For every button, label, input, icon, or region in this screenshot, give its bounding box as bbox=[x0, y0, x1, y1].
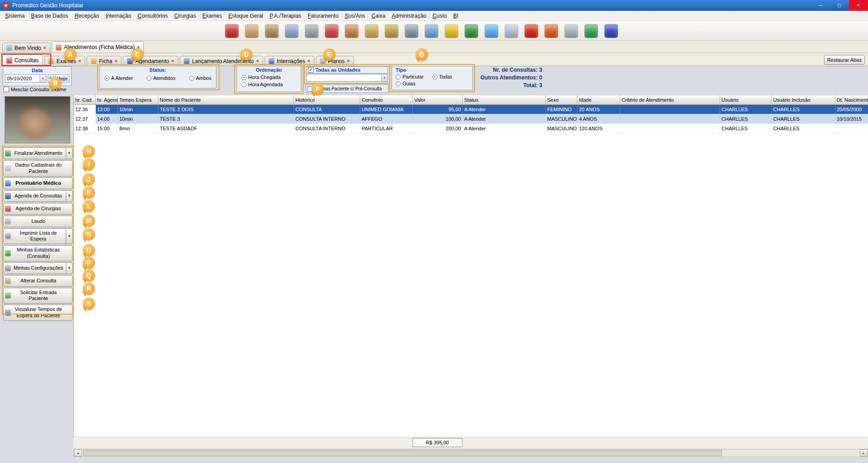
hospitalization-icon[interactable] bbox=[285, 24, 299, 38]
sidebar-button[interactable]: Minhas Configurações bbox=[3, 262, 73, 274]
restore-tabs-button[interactable]: Restaurar Abas bbox=[824, 55, 865, 65]
column-header[interactable]: Usuário Inclusão bbox=[772, 95, 835, 104]
records-icon[interactable] bbox=[465, 24, 478, 38]
menu-item[interactable]: Administração bbox=[388, 11, 429, 21]
all-units-checkbox[interactable]: ✓ Todas as Unidades bbox=[306, 66, 388, 74]
units-dropdown[interactable] bbox=[306, 74, 388, 82]
reception-icon[interactable] bbox=[265, 24, 279, 38]
dropdown-arrow-icon[interactable] bbox=[66, 229, 72, 244]
safe-icon[interactable] bbox=[405, 24, 418, 38]
menu-item[interactable]: BI bbox=[450, 11, 461, 21]
ambulance-icon[interactable] bbox=[325, 24, 338, 38]
sidebar-button[interactable]: Minhas Estatísticas (Consulta) bbox=[3, 245, 73, 261]
date-input[interactable]: 05/10/2020 bbox=[5, 74, 46, 83]
column-header[interactable]: Critério de Atendimento bbox=[620, 95, 720, 104]
ordering-radio-option[interactable]: ● Hora Chegada bbox=[241, 74, 301, 80]
module-tab[interactable]: Consultas bbox=[2, 54, 43, 66]
chat-icon[interactable] bbox=[485, 24, 498, 38]
pharmacy-icon[interactable] bbox=[345, 24, 358, 38]
table-row[interactable]: 12:3613:0010minTESTE 2 DOISCONSULTAUNIME… bbox=[74, 105, 868, 114]
column-header[interactable]: Dt. Nascimento bbox=[835, 95, 868, 104]
sidebar-button[interactable]: Alterar Consulta bbox=[3, 275, 73, 287]
menu-item[interactable]: Custo bbox=[429, 11, 450, 21]
ordering-radio-option[interactable]: Hora Agendada bbox=[241, 82, 301, 87]
sidebar-button[interactable]: Dados Cadastrais do Paciente bbox=[3, 160, 73, 177]
tab-close-icon[interactable]: × bbox=[43, 45, 46, 50]
menu-item[interactable]: Exames bbox=[199, 11, 225, 21]
sidebar-button[interactable]: Finalizar Atendimento bbox=[3, 148, 73, 159]
column-header[interactable]: Convênio bbox=[360, 95, 413, 104]
column-header[interactable]: Histórico bbox=[294, 95, 360, 104]
sidebar-button[interactable]: Agenda de Consultas bbox=[3, 190, 73, 202]
type-radio-option[interactable]: ● Todas bbox=[432, 74, 469, 79]
maximize-button[interactable]: □ bbox=[830, 0, 849, 11]
minimize-button[interactable]: ─ bbox=[811, 0, 830, 11]
column-header[interactable]: Valor bbox=[413, 95, 463, 104]
tab-close-icon[interactable]: × bbox=[78, 59, 81, 64]
menu-item[interactable]: Recepção bbox=[71, 11, 102, 21]
document-tab[interactable]: Bem Vindo × bbox=[2, 43, 50, 53]
dropdown-arrow-icon[interactable] bbox=[381, 74, 387, 81]
menu-item[interactable]: Sus/Ans bbox=[342, 11, 368, 21]
column-header[interactable]: hr. Agend. bbox=[96, 95, 118, 104]
tab-close-icon[interactable]: × bbox=[115, 59, 118, 64]
phone-icon[interactable] bbox=[445, 24, 458, 38]
status-radio-option[interactable]: Atendidos bbox=[147, 75, 176, 81]
consultation-icon[interactable] bbox=[305, 24, 319, 38]
dropdown-arrow-icon[interactable] bbox=[66, 263, 72, 274]
e-billing-icon[interactable] bbox=[544, 24, 558, 38]
menu-item[interactable]: Consultórios bbox=[134, 11, 171, 21]
finance-icon[interactable] bbox=[385, 24, 398, 38]
horizontal-scrollbar[interactable] bbox=[74, 449, 868, 457]
menu-item[interactable]: Base de Dados bbox=[28, 11, 71, 21]
sidebar-button[interactable]: Solicitar Entrada Paciente bbox=[3, 288, 73, 304]
printer-icon[interactable] bbox=[564, 24, 578, 38]
title-bar[interactable]: Promedico Gestão Hospitalar ─ □ × bbox=[0, 0, 868, 11]
column-header[interactable]: Sexo bbox=[546, 95, 578, 104]
status-radio-option[interactable]: Ambos bbox=[189, 75, 211, 81]
column-header[interactable]: Usuário bbox=[720, 95, 772, 104]
tab-close-icon[interactable]: × bbox=[172, 59, 174, 64]
menu-item[interactable]: Faturamento bbox=[304, 11, 342, 21]
bi-icon[interactable] bbox=[604, 24, 618, 38]
scroll-right-icon[interactable] bbox=[860, 449, 868, 457]
power-icon[interactable] bbox=[525, 24, 538, 38]
type-radio-option[interactable]: Guias bbox=[396, 81, 432, 86]
table-row[interactable]: 12:3714:0010minTESTE 3CONSULTA INTERNOAF… bbox=[74, 114, 868, 124]
module-tab[interactable]: Ficha × bbox=[87, 56, 122, 66]
column-header[interactable]: Tempo Espera bbox=[118, 95, 158, 104]
status-radio-option[interactable]: ● A Atender bbox=[104, 75, 133, 81]
column-header[interactable]: Nome do Paciente bbox=[158, 95, 294, 104]
patients-icon[interactable] bbox=[245, 24, 259, 38]
menu-item[interactable]: Cirurgias bbox=[171, 11, 199, 21]
documents-icon[interactable] bbox=[505, 24, 518, 38]
menu-item[interactable]: P.A./Terapias bbox=[266, 11, 304, 21]
column-header[interactable]: hr. Cad. bbox=[74, 95, 96, 104]
promedico-icon[interactable] bbox=[225, 24, 239, 38]
tab-close-icon[interactable]: × bbox=[307, 59, 310, 64]
menu-item[interactable]: Estoque Geral bbox=[225, 11, 266, 21]
menu-item[interactable]: Caixa bbox=[368, 11, 389, 21]
menu-item[interactable]: Internação bbox=[102, 11, 134, 21]
scroll-left-icon[interactable] bbox=[74, 449, 82, 457]
tab-close-icon[interactable]: × bbox=[347, 59, 350, 64]
sidebar-button[interactable]: Prontuário Médico bbox=[3, 177, 73, 189]
column-header[interactable]: Status bbox=[463, 95, 546, 104]
close-button[interactable]: × bbox=[849, 0, 868, 11]
sidebar-button[interactable]: Imprimir Lista de Espera bbox=[3, 228, 73, 245]
menu-item[interactable]: Sistema bbox=[2, 11, 28, 21]
sidebar-button[interactable]: Laudo bbox=[3, 216, 73, 227]
tab-close-icon[interactable]: × bbox=[256, 59, 259, 64]
dropdown-arrow-icon[interactable] bbox=[66, 148, 72, 159]
scrollbar-thumb[interactable] bbox=[83, 450, 722, 456]
reports-icon[interactable] bbox=[425, 24, 438, 38]
column-header[interactable]: Idade bbox=[578, 95, 620, 104]
sidebar-button[interactable]: Agenda de Cirurgias bbox=[3, 203, 73, 215]
date-dropdown-icon[interactable] bbox=[39, 75, 46, 82]
type-radio-option[interactable]: Particular bbox=[396, 74, 432, 79]
billing-icon[interactable] bbox=[365, 24, 378, 38]
module-tab[interactable]: Internações × bbox=[265, 56, 314, 66]
sidebar-button[interactable]: Visualizar Tempos de Espera do Paciente bbox=[3, 305, 73, 321]
dropdown-arrow-icon[interactable] bbox=[66, 191, 72, 202]
table-row[interactable]: 12:3815:008minTESTE ASDADFCONSULTA INTER… bbox=[74, 124, 868, 133]
